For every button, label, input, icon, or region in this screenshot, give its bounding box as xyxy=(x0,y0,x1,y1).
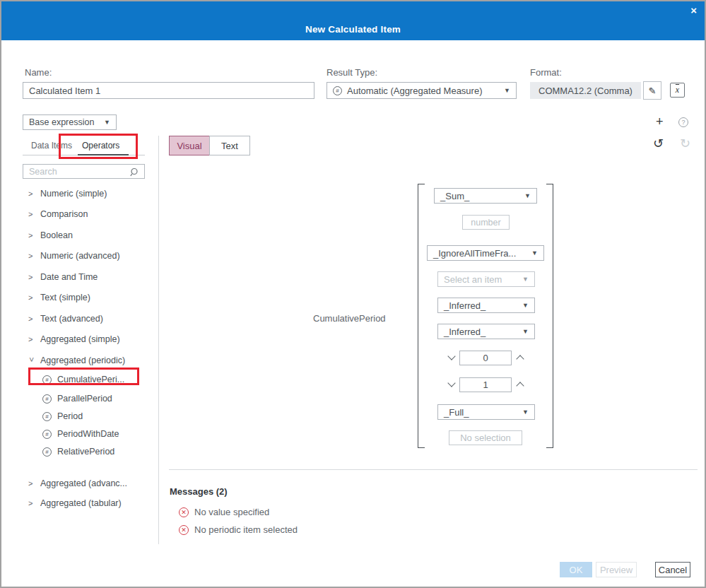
chevron-right-icon[interactable]: > xyxy=(28,231,35,240)
tree-item-label: ParallelPeriod xyxy=(57,394,112,404)
tree-item-boolean[interactable]: > Boolean xyxy=(28,229,73,242)
redo-icon[interactable]: ↻ xyxy=(680,137,690,150)
aggregated-measure-icon: # xyxy=(42,375,52,384)
result-type-label: Result Type: xyxy=(326,67,377,78)
tree-item-comparison[interactable]: > Comparison xyxy=(28,208,88,220)
chevron-down-icon: ▼ xyxy=(518,276,529,283)
result-type-value: Automatic (Aggregated Measure) xyxy=(347,86,482,96)
tree-item-parallelperiod[interactable]: # ParallelPeriod xyxy=(42,392,112,405)
tree-item-label: PeriodWithDate xyxy=(57,429,119,439)
cancel-button[interactable]: Cancel xyxy=(655,562,690,577)
tree-item-aggregated-simple[interactable]: > Aggregated (simple) xyxy=(28,333,120,346)
decrement-start-offset-button[interactable] xyxy=(447,353,456,362)
tree-item-text-advanced[interactable]: > Text (advanced) xyxy=(28,312,103,325)
text-tab-label: Text xyxy=(221,141,238,151)
end-offset-input[interactable] xyxy=(460,380,511,390)
edit-format-button[interactable]: ✎ xyxy=(643,81,661,100)
search-input[interactable] xyxy=(23,167,144,177)
time-frame-dropdown[interactable]: _IgnoreAllTimeFra... ▼ xyxy=(427,245,544,261)
aggregated-measure-icon: # xyxy=(42,412,52,421)
format-label: Format: xyxy=(530,67,562,78)
chevron-right-icon[interactable]: > xyxy=(28,314,35,323)
ok-label: OK xyxy=(570,565,583,575)
message-row: ✕ No value specified xyxy=(179,507,269,517)
active-tab-underline xyxy=(78,154,129,155)
dialog-title: New Calculated Item xyxy=(305,24,401,35)
tree-item-aggregated-periodic[interactable]: > Aggregated (periodic) xyxy=(28,354,125,367)
no-selection-box[interactable]: No selection xyxy=(449,430,522,445)
chevron-down-icon[interactable]: > xyxy=(28,358,36,364)
tab-operators[interactable]: Operators xyxy=(82,141,119,151)
increment-start-offset-button[interactable] xyxy=(516,353,524,362)
visual-tab-label: Visual xyxy=(177,141,201,151)
time-frame-value: _IgnoreAllTimeFra... xyxy=(433,248,516,259)
decrement-end-offset-button[interactable] xyxy=(447,380,456,389)
tree-item-date-and-time[interactable]: > Date and Time xyxy=(28,271,98,283)
ok-button[interactable]: OK xyxy=(560,562,592,577)
chevron-down-icon: ▼ xyxy=(518,328,529,335)
tree-item-label: Numeric (advanced) xyxy=(40,251,120,261)
undo-icon[interactable]: ↺ xyxy=(653,137,664,150)
close-icon[interactable]: × xyxy=(690,5,697,16)
search-field[interactable] xyxy=(23,164,145,179)
result-type-dropdown[interactable]: # Automatic (Aggregated Measure) ▼ xyxy=(326,82,517,99)
tree-item-label: Aggregated (simple) xyxy=(40,334,120,344)
name-input[interactable] xyxy=(23,86,314,96)
chevron-right-icon[interactable]: > xyxy=(28,189,35,198)
tree-item-period[interactable]: # Period xyxy=(42,410,83,423)
tree-item-label: Date and Time xyxy=(40,272,98,282)
chevron-down-icon: ▼ xyxy=(100,119,110,126)
messages-heading: Messages (2) xyxy=(170,486,228,497)
end-offset-field[interactable] xyxy=(459,377,512,392)
start-offset-field[interactable] xyxy=(459,351,512,365)
chevron-down-icon: ▼ xyxy=(518,302,529,309)
cancel-label: Cancel xyxy=(659,565,687,575)
tree-item-label: Aggregated (advanc... xyxy=(40,478,127,488)
tree-item-label: Aggregated (tabular) xyxy=(40,498,122,508)
chevron-right-icon[interactable]: > xyxy=(28,252,35,260)
tree-item-numeric-advanced[interactable]: > Numeric (advanced) xyxy=(28,249,120,262)
tree-item-label: Text (simple) xyxy=(40,293,90,302)
number-field[interactable] xyxy=(462,215,510,230)
xbar-icon: x xyxy=(676,85,679,95)
chevron-right-icon[interactable]: > xyxy=(28,499,35,507)
chevron-down-icon: ▼ xyxy=(527,249,538,257)
scope-dropdown[interactable]: _Full_ ▼ xyxy=(437,404,535,420)
help-icon[interactable]: ? xyxy=(678,117,688,127)
chevron-right-icon[interactable]: > xyxy=(28,210,35,218)
chevron-right-icon[interactable]: > xyxy=(28,479,35,488)
name-field[interactable] xyxy=(23,82,314,99)
chevron-right-icon[interactable]: > xyxy=(28,293,35,302)
add-icon[interactable]: + xyxy=(656,115,664,128)
panel-divider xyxy=(158,136,159,544)
tree-item-relativeperiod[interactable]: # RelativePeriod xyxy=(42,445,114,458)
format-value: COMMA12.2 (Comma) xyxy=(539,86,633,96)
item-dropdown[interactable]: Select an item ▼ xyxy=(437,271,535,287)
tree-item-aggregated-tabular[interactable]: > Aggregated (tabular) xyxy=(28,497,122,510)
tree-item-numeric-simple[interactable]: > Numeric (simple) xyxy=(28,187,107,200)
tree-item-periodwithdate[interactable]: # PeriodWithDate xyxy=(42,428,119,440)
outer-interval-dropdown[interactable]: _Inferred_ ▼ xyxy=(437,324,535,339)
tree-item-label: Numeric (simple) xyxy=(40,189,107,199)
show-expression-button[interactable]: x xyxy=(670,83,685,98)
base-expression-dropdown[interactable]: Base expression ▼ xyxy=(23,114,117,130)
inner-interval-value: _Inferred_ xyxy=(444,300,486,311)
tree-item-cumulativeperiod[interactable]: # CumulativePeri... xyxy=(42,373,124,386)
tree-item-text-simple[interactable]: > Text (simple) xyxy=(28,291,90,304)
tab-visual[interactable]: Visual xyxy=(169,136,210,155)
inner-interval-dropdown[interactable]: _Inferred_ ▼ xyxy=(437,298,535,313)
outer-interval-value: _Inferred_ xyxy=(444,327,486,337)
number-input[interactable] xyxy=(463,218,509,228)
tab-text[interactable]: Text xyxy=(209,136,250,155)
tree-item-label: Period xyxy=(57,411,83,421)
tree-item-aggregated-advanced[interactable]: > Aggregated (advanc... xyxy=(28,477,127,490)
aggregation-dropdown[interactable]: _Sum_ ▼ xyxy=(434,188,537,204)
preview-button[interactable]: Preview xyxy=(596,562,637,577)
tab-data-items[interactable]: Data Items xyxy=(31,141,72,151)
chevron-down-icon: ▼ xyxy=(520,192,531,199)
tree-item-label: Aggregated (periodic) xyxy=(40,355,125,365)
start-offset-input[interactable] xyxy=(460,353,511,363)
chevron-right-icon[interactable]: > xyxy=(28,335,35,343)
increment-end-offset-button[interactable] xyxy=(516,380,524,389)
chevron-right-icon[interactable]: > xyxy=(28,273,35,281)
